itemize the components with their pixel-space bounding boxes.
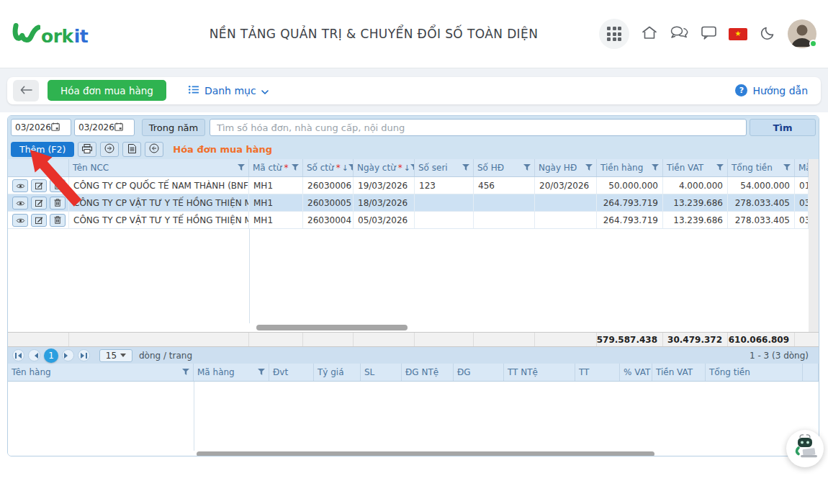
column-ma-hang[interactable]: Mã hàng	[194, 364, 269, 381]
column-so-hd[interactable]: Số HĐ	[474, 159, 535, 176]
column-tien-vat[interactable]: Tiền VAT	[652, 364, 706, 381]
eye-icon	[16, 196, 25, 210]
year-filter-button[interactable]: Trong năm	[142, 119, 205, 136]
column-tien-hang[interactable]: Tiền hàng	[597, 159, 663, 176]
prev-page-icon	[32, 353, 38, 359]
horizontal-scrollbar-bottom[interactable]	[8, 451, 819, 456]
cell-tien-hang: 50.000.000	[597, 177, 663, 194]
delete-button[interactable]	[50, 197, 66, 210]
print-button[interactable]	[78, 142, 96, 157]
frozen-pane-divider	[194, 382, 194, 451]
column-truncated[interactable]: Mẫ	[795, 159, 809, 176]
column-ty-gia[interactable]: Tỷ giá	[314, 364, 361, 381]
detail-table-body	[8, 382, 819, 451]
cell-truncated: 03	[795, 194, 809, 211]
page-size-select[interactable]: 15	[99, 349, 132, 362]
filter-funnel-icon[interactable]	[258, 367, 265, 377]
filter-funnel-icon[interactable]	[652, 163, 659, 173]
cell-truncated: 03	[795, 212, 809, 228]
assistant-button[interactable]	[786, 430, 824, 467]
cell-so-hd: 456	[474, 177, 535, 194]
column-ngay-hd[interactable]: Ngày HĐ	[535, 159, 597, 176]
date-to-input[interactable]: 03/2026	[74, 119, 135, 136]
view-button[interactable]	[12, 214, 28, 227]
column-tong-tien[interactable]: Tổng tiền	[728, 159, 795, 176]
calendar-icon	[114, 122, 123, 133]
required-marker: *	[398, 163, 402, 173]
messages-button[interactable]	[699, 24, 718, 43]
cell-tien-vat: 4.000.000	[663, 177, 728, 194]
column-tt-nte[interactable]: TT NTệ	[504, 364, 575, 381]
filter-funnel-icon[interactable]	[523, 163, 531, 173]
export-button[interactable]	[100, 142, 119, 157]
total-tien-hang: 579.587.438	[597, 333, 663, 346]
date-from-input[interactable]: 03/2026	[11, 119, 71, 136]
first-page-button[interactable]	[12, 349, 24, 361]
column-tong-tien[interactable]: Tổng tiền	[706, 364, 803, 381]
vietnam-flag-icon[interactable]: ★	[729, 28, 747, 40]
range-label: 1 - 3 (3 dòng)	[750, 351, 814, 361]
purchase-invoice-button[interactable]: Hóa đơn mua hàng	[48, 80, 166, 101]
header-icon-bar: ★	[599, 19, 816, 49]
filter-funnel-icon[interactable]	[462, 163, 469, 173]
view-button[interactable]	[12, 179, 28, 192]
column-ten-ncc[interactable]: Tên NCC	[69, 159, 249, 176]
vertical-scrollbar[interactable]	[809, 159, 819, 332]
edit-icon	[35, 179, 43, 192]
trash-icon	[54, 196, 61, 210]
invoice-row-selected[interactable]: CÔNG TY CP VẬT TƯ Y TẾ HỒNG THIỆN MỸ MH1…	[8, 194, 809, 212]
column-ngay-ctu[interactable]: Ngày ctừ*↓	[354, 159, 415, 176]
prev-page-button[interactable]	[28, 349, 40, 361]
arrow-left-icon	[20, 84, 32, 97]
invoice-row[interactable]: CÔNG TY CP QUỐC TẾ NAM THÀNH (BNF) MH1 2…	[8, 177, 809, 194]
filter-funnel-icon[interactable]	[238, 163, 245, 173]
filter-funnel-icon[interactable]	[182, 367, 189, 377]
column-tien-vat[interactable]: Tiền VAT	[663, 159, 728, 176]
search-input[interactable]	[210, 119, 747, 136]
column-tt[interactable]: TT	[575, 364, 620, 381]
column-pct-vat[interactable]: % VAT	[620, 364, 652, 381]
edit-button[interactable]	[31, 197, 47, 210]
last-page-button[interactable]	[78, 349, 90, 361]
horizontal-scrollbar[interactable]	[8, 323, 809, 332]
current-page-button[interactable]: 1	[44, 348, 58, 363]
danh-muc-menu[interactable]: Danh mục	[188, 84, 269, 97]
column-dg-nte[interactable]: ĐG NTệ	[402, 364, 454, 381]
column-ma-ctu[interactable]: Mã ctừ*	[249, 159, 303, 176]
apps-grid-button[interactable]	[599, 19, 629, 49]
sub-toolbar-band: Hóa đơn mua hàng Danh mục ? Hướng dẫn	[0, 68, 828, 112]
filter-funnel-icon[interactable]	[716, 163, 724, 173]
filter-funnel-icon[interactable]	[348, 163, 354, 173]
scrollbar-thumb[interactable]	[256, 325, 408, 330]
dark-mode-button[interactable]	[758, 24, 777, 43]
workit-logo: ork it	[12, 21, 148, 47]
edit-button[interactable]	[31, 179, 47, 192]
edit-button[interactable]	[31, 214, 47, 227]
column-so-seri[interactable]: Số seri	[415, 159, 474, 176]
import-button[interactable]	[145, 142, 163, 157]
filter-funnel-icon[interactable]	[585, 163, 593, 173]
back-button[interactable]	[13, 80, 39, 102]
moon-icon	[760, 25, 775, 43]
column-dvt[interactable]: Đvt	[269, 364, 314, 381]
add-button[interactable]: Thêm (F2)	[11, 142, 74, 157]
invoice-row[interactable]: CÔNG TY CP VẬT TƯ Y TẾ HỒNG THIỆN MỸ MH1…	[8, 212, 809, 229]
filter-funnel-icon[interactable]	[783, 163, 791, 173]
view-button[interactable]	[12, 197, 28, 210]
scrollbar-thumb[interactable]	[197, 451, 654, 456]
delete-button[interactable]	[50, 214, 66, 227]
chat-button[interactable]	[670, 24, 688, 43]
template-button[interactable]	[122, 142, 141, 157]
user-avatar[interactable]	[788, 19, 816, 48]
column-ten-hang[interactable]: Tên hàng	[8, 364, 194, 381]
column-sl[interactable]: SL	[361, 364, 402, 381]
next-page-button[interactable]	[62, 349, 74, 361]
search-button[interactable]: Tìm	[750, 119, 816, 136]
help-button[interactable]: ? Hướng dẫn	[735, 84, 808, 96]
column-dg[interactable]: ĐG	[454, 364, 504, 381]
delete-button[interactable]	[50, 179, 66, 192]
home-button[interactable]	[640, 24, 659, 43]
column-so-ctu[interactable]: Số ctừ*↓	[303, 159, 354, 176]
filter-funnel-icon[interactable]	[292, 163, 299, 173]
cell-tien-hang: 264.793.719	[597, 212, 663, 228]
